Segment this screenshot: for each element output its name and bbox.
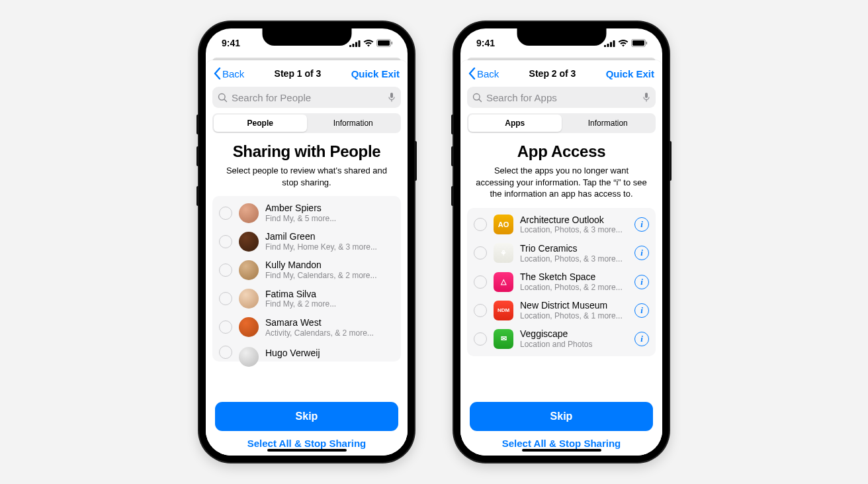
back-button[interactable]: Back [468, 68, 499, 79]
segment-information[interactable]: Information [562, 115, 655, 132]
quick-exit-button[interactable]: Quick Exit [351, 68, 400, 79]
app-detail: Location, Photos, & 3 more... [520, 254, 628, 264]
select-radio[interactable] [474, 304, 487, 317]
svg-line-19 [479, 99, 482, 102]
phone-mockup-left: 9:41 Back Step 1 of 3 [199, 22, 414, 462]
select-radio[interactable] [474, 332, 487, 346]
search-field[interactable]: Search for Apps [467, 87, 656, 108]
app-detail: Location, Photos, & 3 more... [520, 225, 628, 234]
segment-information[interactable]: Information [307, 115, 400, 132]
select-radio[interactable] [474, 246, 487, 260]
search-icon [472, 93, 482, 103]
svg-line-8 [224, 99, 227, 102]
info-button[interactable]: i [634, 332, 649, 346]
people-list: Amber Spiers Find My, & 5 more... Jamil … [212, 196, 401, 362]
skip-button[interactable]: Skip [215, 402, 398, 431]
quick-exit-button[interactable]: Quick Exit [606, 68, 654, 79]
select-radio[interactable] [219, 235, 232, 248]
list-item[interactable]: Samara West Activity, Calendars, & 2 mor… [212, 313, 401, 342]
avatar [239, 317, 259, 337]
segment-people[interactable]: People [214, 115, 307, 132]
list-item[interactable]: AO Architecture Outlook Location, Photos… [467, 211, 656, 239]
page-subtext: Select people to review what's shared an… [220, 165, 393, 188]
status-indicators [349, 39, 393, 47]
info-button[interactable]: i [634, 303, 649, 318]
app-name: Trio Ceramics [520, 243, 628, 254]
home-indicator[interactable] [267, 449, 347, 452]
list-item[interactable]: NDM New District Museum Location, Photos… [467, 296, 656, 324]
segmented-control[interactable]: Apps Information [467, 113, 656, 133]
nav-title: Step 2 of 3 [529, 68, 576, 79]
app-icon: △ [494, 272, 513, 292]
person-detail: Find My, Home Key, & 3 more... [265, 242, 394, 252]
footer: Skip Select All & Stop Sharing [206, 397, 408, 456]
list-item[interactable]: Fatima Silva Find My, & 2 more... [212, 285, 401, 313]
select-radio[interactable] [219, 292, 232, 305]
person-detail: Find My, Calendars, & 2 more... [265, 271, 394, 280]
modal-sheet: Back Step 1 of 3 Quick Exit Search for P… [206, 60, 408, 456]
avatar [239, 260, 259, 280]
person-detail: Find My, & 5 more... [265, 214, 394, 223]
app-icon: AO [494, 215, 513, 234]
back-button[interactable]: Back [214, 68, 244, 79]
status-indicators [604, 39, 648, 47]
segmented-control[interactable]: People Information [212, 113, 401, 133]
battery-icon [376, 39, 393, 47]
segment-apps[interactable]: Apps [468, 115, 562, 132]
apps-list: AO Architecture Outlook Location, Photos… [467, 208, 656, 356]
select-all-stop-sharing-button[interactable]: Select All & Stop Sharing [470, 438, 653, 449]
mic-icon[interactable] [642, 92, 650, 103]
mic-icon[interactable] [388, 92, 396, 103]
list-item[interactable]: Jamil Green Find My, Home Key, & 3 more.… [212, 227, 401, 256]
home-indicator[interactable] [522, 449, 601, 452]
svg-rect-11 [604, 45, 606, 47]
svg-rect-12 [607, 44, 609, 47]
list-item[interactable]: Kully Mandon Find My, Calendars, & 2 mor… [212, 256, 401, 284]
screen: 9:41 Back Step 2 of 3 [460, 28, 662, 456]
info-button[interactable]: i [634, 246, 649, 260]
app-detail: Location, Photos, & 1 more... [520, 311, 628, 320]
app-icon: ✉ [494, 329, 513, 349]
avatar [239, 203, 259, 223]
page-heading: App Access [467, 142, 656, 161]
select-radio[interactable] [474, 218, 487, 231]
select-radio[interactable] [219, 346, 232, 359]
select-all-stop-sharing-button[interactable]: Select All & Stop Sharing [215, 438, 398, 449]
app-icon: ⚘ [494, 243, 513, 263]
app-name: Veggiscape [520, 328, 628, 340]
person-detail: Activity, Calendars, & 2 more... [265, 328, 394, 338]
list-item[interactable]: ⚘ Trio Ceramics Location, Photos, & 3 mo… [467, 239, 656, 267]
info-button[interactable]: i [634, 275, 649, 289]
search-icon [218, 93, 228, 103]
select-radio[interactable] [474, 275, 487, 289]
back-label: Back [222, 68, 244, 79]
person-name: Kully Mandon [265, 260, 394, 271]
cellular-signal-icon [604, 40, 615, 47]
svg-rect-0 [349, 45, 351, 47]
status-time: 9:41 [476, 38, 495, 48]
select-radio[interactable] [219, 264, 232, 277]
list-container: AO Architecture Outlook Location, Photos… [460, 208, 662, 397]
svg-rect-5 [378, 40, 390, 46]
info-button[interactable]: i [634, 217, 649, 232]
svg-rect-6 [392, 42, 393, 44]
select-radio[interactable] [219, 207, 232, 220]
back-label: Back [477, 68, 499, 79]
phone-mockup-right: 9:41 Back Step 2 of 3 [454, 22, 669, 462]
skip-button[interactable]: Skip [470, 402, 653, 431]
list-item[interactable]: ✉ Veggiscape Location and Photos i [467, 324, 656, 353]
app-detail: Location, Photos, & 2 more... [520, 283, 628, 292]
person-name: Amber Spiers [265, 203, 394, 214]
svg-rect-1 [353, 44, 355, 47]
person-name: Hugo Verweij [265, 348, 394, 359]
search-field[interactable]: Search for People [212, 87, 401, 108]
avatar [239, 347, 259, 367]
select-radio[interactable] [219, 320, 232, 334]
modal-sheet: Back Step 2 of 3 Quick Exit Search for A… [460, 60, 662, 456]
list-item[interactable]: Amber Spiers Find My, & 5 more... [212, 199, 401, 227]
nav-bar: Back Step 1 of 3 Quick Exit [206, 60, 408, 87]
svg-rect-20 [645, 93, 648, 98]
app-name: Architecture Outlook [520, 215, 628, 226]
list-item[interactable]: Hugo Verweij [212, 342, 401, 359]
list-item[interactable]: △ The Sketch Space Location, Photos, & 2… [467, 267, 656, 296]
